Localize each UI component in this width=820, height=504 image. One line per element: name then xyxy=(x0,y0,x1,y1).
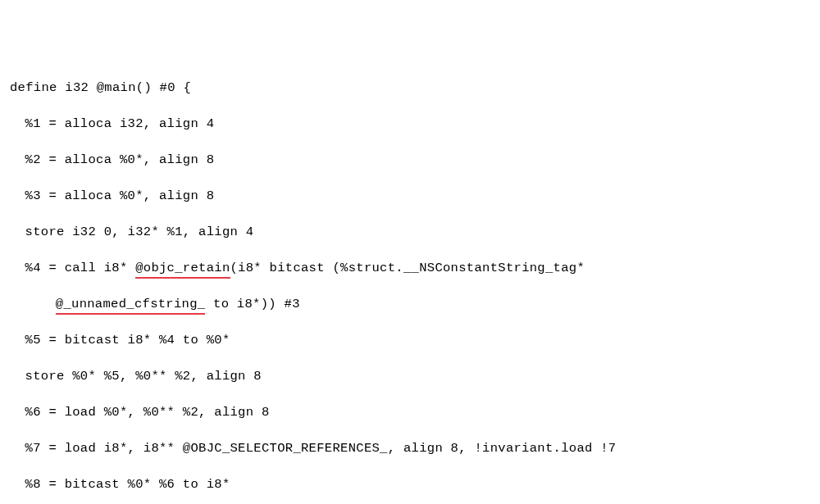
code-line: %1 = alloca i32, align 4 xyxy=(10,115,810,133)
code-line: %2 = alloca %0*, align 8 xyxy=(10,151,810,169)
code-line: %3 = alloca %0*, align 8 xyxy=(10,187,810,205)
code-block: define i32 @main() #0 { %1 = alloca i32,… xyxy=(10,61,810,504)
code-text: (i8* bitcast (%struct.__NSConstantString… xyxy=(230,261,585,275)
code-line: store i32 0, i32* %1, align 4 xyxy=(10,223,810,241)
code-text: %4 = call i8* xyxy=(25,261,136,275)
code-line: %4 = call i8* @objc_retain(i8* bitcast (… xyxy=(10,259,810,277)
code-line: %5 = bitcast i8* %4 to %0* xyxy=(10,331,810,349)
code-line: @_unnamed_cfstring_ to i8*)) #3 xyxy=(10,295,810,313)
code-line: store %0* %5, %0** %2, align 8 xyxy=(10,367,810,385)
highlighted-symbol: @objc_retain xyxy=(135,259,230,279)
code-line: %8 = bitcast %0* %6 to i8* xyxy=(10,475,810,493)
code-text: to i8*)) #3 xyxy=(205,297,299,311)
highlighted-symbol: @_unnamed_cfstring_ xyxy=(56,295,206,315)
code-line: define i32 @main() #0 { xyxy=(10,79,810,97)
code-line: %7 = load i8*, i8** @OBJC_SELECTOR_REFER… xyxy=(10,439,810,457)
code-line: %6 = load %0*, %0** %2, align 8 xyxy=(10,403,810,421)
